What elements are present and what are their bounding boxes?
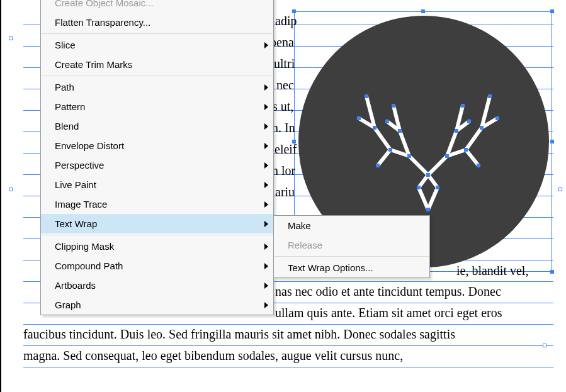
text-line: n. In <box>272 117 295 138</box>
menu-label: Flatten Transparency... <box>55 17 150 28</box>
menu-label: Clipping Mask <box>55 241 114 252</box>
textframe-handle-e[interactable] <box>558 188 562 191</box>
object-menu-item-pattern[interactable]: Pattern <box>41 97 273 116</box>
menu-label: Graph <box>55 300 81 310</box>
submenu-arrow-icon <box>264 123 268 130</box>
submenu-arrow-icon <box>264 162 268 169</box>
menu-label: Text Wrap Options... <box>288 262 373 273</box>
menu-label: Create Object Mosaic... <box>55 0 154 8</box>
text-line: faucibus tincidunt. Duis leo. Sed fringi… <box>23 323 455 345</box>
text-line: ariu <box>275 181 295 203</box>
selection-handle-se[interactable] <box>550 270 554 274</box>
object-menu-item-compound-path[interactable]: Compound Path <box>41 256 273 276</box>
text-line: n lor <box>272 160 295 181</box>
menu-label: Artboards <box>55 280 96 291</box>
textframe-handle-w[interactable] <box>9 36 13 40</box>
menu-label: Envelope Distort <box>55 140 124 151</box>
text-baseline <box>23 367 553 367</box>
text-line: adip <box>275 10 297 31</box>
text-wrap-submenu-item-text-wrap-options[interactable]: Text Wrap Options... <box>274 258 429 277</box>
text-line: ullam quis ante. Etiam sit amet orci ege… <box>275 302 502 323</box>
submenu-arrow-icon <box>264 302 268 308</box>
menu-separator <box>275 256 429 257</box>
menu-separator <box>42 76 273 76</box>
object-menu-item-flatten-transparency[interactable]: Flatten Transparency... <box>41 13 273 32</box>
menu-label: Create Trim Marks <box>55 59 132 70</box>
text-wrap-submenu-item-make[interactable]: Make <box>274 216 429 235</box>
menu-label: Live Paint <box>55 179 96 190</box>
selection-handle-n[interactable] <box>421 9 425 13</box>
selection-handle-e[interactable] <box>550 140 554 143</box>
menu-label: Path <box>55 82 74 92</box>
text-line: eleif <box>275 138 297 160</box>
object-menu-item-blend[interactable]: Blend <box>41 116 273 136</box>
submenu-arrow-icon <box>264 143 268 149</box>
text-line: nas nec odio et ante tincidunt tempus. D… <box>275 281 501 302</box>
text-line: magna. Sed consequat, leo eget bibendum … <box>23 345 403 366</box>
menu-label: Image Trace <box>55 199 107 210</box>
text-line: s ut, <box>273 96 293 117</box>
object-menu[interactable]: Create Object Mosaic...Flatten Transpare… <box>40 0 274 315</box>
submenu-arrow-icon <box>264 42 268 48</box>
object-menu-item-graph[interactable]: Graph <box>41 295 273 315</box>
menu-label: Pattern <box>55 101 85 112</box>
object-menu-item-create-object-mosaic: Create Object Mosaic... <box>41 0 273 13</box>
menu-label: Text Wrap <box>55 218 97 229</box>
submenu-arrow-icon <box>264 84 268 91</box>
submenu-arrow-icon <box>264 182 268 188</box>
menu-separator <box>42 235 273 235</box>
object-menu-item-text-wrap[interactable]: Text Wrap <box>41 214 273 233</box>
object-menu-item-create-trim-marks[interactable]: Create Trim Marks <box>41 55 273 74</box>
menu-label: Release <box>288 240 322 250</box>
object-menu-item-clipping-mask[interactable]: Clipping Mask <box>41 237 273 256</box>
submenu-arrow-icon <box>264 263 268 269</box>
object-menu-item-artboards[interactable]: Artboards <box>41 276 273 295</box>
text-line: ultri <box>274 53 295 74</box>
menu-separator <box>42 33 273 34</box>
textframe-handle-w2[interactable] <box>9 188 13 191</box>
textframe-handle-se[interactable] <box>543 344 546 347</box>
text-line: nec <box>276 74 294 96</box>
object-menu-item-perspective[interactable]: Perspective <box>41 155 273 175</box>
menu-label: Compound Path <box>55 260 123 271</box>
menu-label: Blend <box>55 121 79 132</box>
submenu-arrow-icon <box>264 104 268 110</box>
submenu-arrow-icon <box>264 221 268 227</box>
text-wrap-submenu-item-release: Release <box>274 235 429 255</box>
text-wrap-submenu[interactable]: MakeReleaseText Wrap Options... <box>273 215 430 278</box>
illustrator-canvas[interactable]: adip pena ultri nec s ut, n. In eleif n … <box>1 0 566 392</box>
menu-label: Make <box>288 220 311 231</box>
selection-handle-ne[interactable] <box>550 9 554 13</box>
object-menu-item-slice[interactable]: Slice <box>41 35 273 55</box>
object-menu-item-image-trace[interactable]: Image Trace <box>41 194 273 214</box>
object-menu-item-live-paint[interactable]: Live Paint <box>41 175 273 194</box>
submenu-arrow-icon <box>264 244 268 250</box>
object-menu-item-path[interactable]: Path <box>41 77 273 97</box>
object-menu-item-envelope-distort[interactable]: Envelope Distort <box>41 136 273 155</box>
submenu-arrow-icon <box>264 201 268 208</box>
menu-label: Perspective <box>55 160 104 171</box>
menu-label: Slice <box>55 40 76 50</box>
submenu-arrow-icon <box>264 283 268 289</box>
text-line: ie, blandit vel, <box>456 260 528 281</box>
